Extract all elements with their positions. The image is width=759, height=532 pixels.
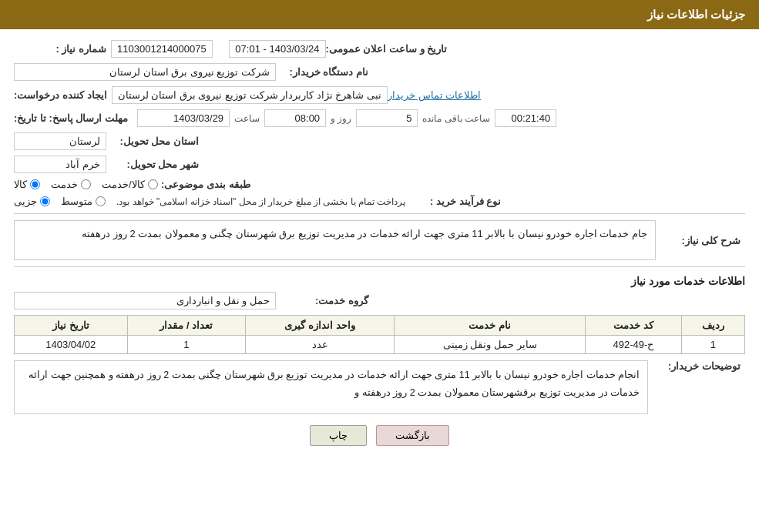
shomare-niaz-label: شماره نیاز : [14,43,106,55]
shomare-niaz-value: 1103001214000075 [111,40,213,58]
divider-2 [14,266,745,267]
day-label: روز و [331,113,351,124]
nooe-note: پرداخت تمام یا بخشی از مبلغ خریدار از مح… [116,196,405,207]
mohlat-time: 08:00 [264,109,326,127]
col-tarikh: تاریخ نیاز [15,316,128,336]
nooe-radio-group: پرداخت تمام یا بخشی از مبلغ خریدار از مح… [14,196,408,207]
radio-jozvi-input[interactable] [40,196,50,206]
sharh-label: شرح کلی نیاز: [656,235,741,246]
shahr-value: خرم آباد [14,156,106,173]
row-shomare: تاریخ و ساعت اعلان عمومی: 1403/03/24 - 0… [14,40,745,58]
table-row: 1 ح-49-492 سایر حمل ونقل زمینی عدد 1 140… [15,336,745,354]
radio-motavasset: متوسط [61,196,106,207]
radio-kala-khedmat-input[interactable] [148,179,158,189]
row-gorohe: گروه خدمت: حمل و نقل و انبارداری [14,292,745,309]
tarikh-elam-value: 1403/03/24 - 07:01 [229,40,325,58]
divider-1 [14,213,745,214]
page-header: جزئیات اطلاعات نیاز [0,0,759,29]
cell-radif: 1 [681,336,744,354]
etelaaat-khedmat-title: اطلاعات خدمات مورد نیاز [14,275,745,287]
cell-vahed: عدد [245,336,394,354]
ostan-value: لرستان [14,132,106,150]
sharh-value: جام خدمات اجاره خودرو نیسان با بالابر 11… [14,220,656,260]
radio-kala-input[interactable] [30,179,40,189]
radio-kala-label: کالا [14,179,27,190]
row-sharh: شرح کلی نیاز: جام خدمات اجاره خودرو نیسا… [14,220,745,260]
row-ostan: استان محل تحویل: لرستان [14,132,745,150]
radio-motavasset-label: متوسط [61,196,92,207]
radio-kala-khedmat: کالا/خدمت [102,179,158,190]
tozihat-label: توضیحات خریدار: [648,360,741,372]
col-kod: کد خدمت [586,316,682,336]
cell-tarikh: 1403/04/02 [15,336,128,354]
ijad-value: نبی شاهرخ نژاد کاربردار شرکت توزیع نیروی… [112,86,388,104]
tarikh-elam-label: تاریخ و ساعت اعلان عمومی: [326,43,448,55]
cell-tedad: 1 [127,336,245,354]
etelaaat-link[interactable]: اطلاعات تماس خریدار [388,89,481,101]
radio-khedmat-label: خدمت [51,179,78,190]
print-button[interactable]: چاپ [310,425,367,446]
header-title: جزئیات اطلاعات نیاز [647,8,745,21]
tabaqe-radio-group: کالا/خدمت خدمت کالا [14,179,158,190]
namdastgah-value: شرکت توزیع نیروی برق استان لرستان [14,63,276,81]
col-nam: نام خدمت [395,316,586,336]
tozihat-value: انجام خدمات اجاره خودرو نیسان با بالابر … [14,360,648,414]
back-button[interactable]: بازگشت [376,425,449,446]
radio-khedmat: خدمت [51,179,91,190]
row-nooe: نوع فرآیند خرید : پرداخت تمام یا بخشی از… [14,196,745,207]
mohlat-days: 5 [356,109,418,127]
radio-kala-khedmat-label: کالا/خدمت [102,179,145,190]
nooe-label: نوع فرآیند خرید : [408,196,501,207]
row-mohlat: 00:21:40 ساعت باقی مانده 5 روز و 08:00 س… [14,109,745,127]
remaining-label: ساعت باقی مانده [422,113,490,124]
cell-kod: ح-49-492 [586,336,682,354]
content-area: تاریخ و ساعت اعلان عمومی: 1403/03/24 - 0… [0,29,759,466]
row-namdastgah: نام دستگاه خریدار: شرکت توزیع نیروی برق … [14,63,745,81]
gorohe-value: حمل و نقل و انبارداری [14,292,276,309]
time-label: ساعت [234,113,260,124]
row-tozihat: توضیحات خریدار: انجام خدمات اجاره خودرو … [14,360,745,414]
col-vahed: واحد اندازه گیری [245,316,394,336]
radio-motavasset-input[interactable] [96,196,106,206]
radio-khedmat-input[interactable] [81,179,91,189]
radio-kala: کالا [14,179,40,190]
shahr-label: شهر محل تحویل: [106,159,199,170]
row-tabaqe: طبقه بندی موضوعی: کالا/خدمت خدمت کالا [14,179,745,190]
namdastgah-label: نام دستگاه خریدار: [276,66,368,78]
mohlat-remaining: 00:21:40 [495,109,556,127]
radio-jozvi-label: جزیی [14,196,37,207]
row-shahr: شهر محل تحویل: خرم آباد [14,156,745,173]
mohlat-label: مهلت ارسال پاسخ: تا تاریخ: [14,112,128,124]
tabaqe-label: طبقه بندی موضوعی: [158,179,250,190]
cell-nam: سایر حمل ونقل زمینی [395,336,586,354]
radio-jozvi: جزیی [14,196,50,207]
col-tedad: تعداد / مقدار [127,316,245,336]
row-ijad: اطلاعات تماس خریدار نبی شاهرخ نژاد کاربر… [14,86,745,104]
ijad-label: ایجاد کننده درخواست: [14,89,107,101]
mohlat-date: 1403/03/29 [137,109,230,127]
ostan-label: استان محل تحویل: [106,136,199,147]
page-wrapper: جزئیات اطلاعات نیاز تاریخ و ساعت اعلان ع… [0,0,759,532]
services-table: ردیف کد خدمت نام خدمت واحد اندازه گیری ت… [14,315,745,354]
button-bar: بازگشت چاپ [14,425,745,455]
col-radif: ردیف [681,316,744,336]
gorohe-label: گروه خدمت: [276,295,368,306]
